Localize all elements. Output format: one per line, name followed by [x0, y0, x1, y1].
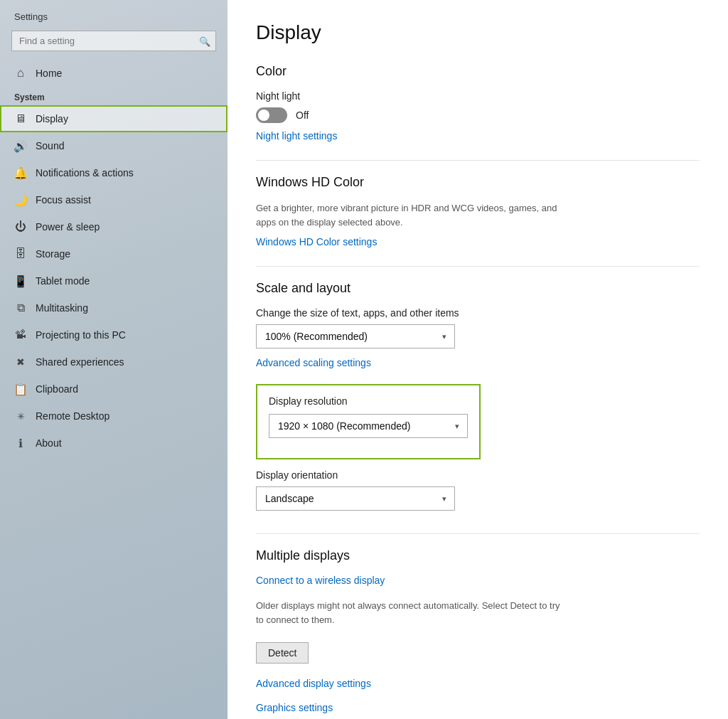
sound-icon: 🔊 [14, 139, 27, 152]
about-icon: ℹ [14, 437, 27, 449]
sidebar-item-label: Focus assist [36, 194, 91, 206]
sidebar-section-label: System [0, 87, 228, 105]
sidebar-item-label: Notifications & actions [36, 167, 134, 179]
divider-2 [256, 266, 700, 267]
divider-3 [256, 533, 700, 534]
notifications-icon: 🔔 [14, 166, 27, 179]
search-icon: 🔍 [199, 36, 210, 46]
sidebar-item-clipboard[interactable]: 📋 Clipboard [0, 376, 228, 403]
sidebar: Settings 🔍 ⌂ Home System 🖥 Display 🔊 Sou… [0, 0, 228, 719]
scale-layout-heading: Scale and layout [256, 281, 700, 296]
display-icon: 🖥 [14, 112, 27, 125]
wireless-display-link[interactable]: Connect to a wireless display [256, 575, 385, 586]
sidebar-item-shared[interactable]: ✖ Shared experiences [0, 348, 228, 376]
remote-icon: ✳ [14, 410, 27, 422]
scale-dropdown-wrap: 100% (Recommended) 125% 150% 175% ▾ [256, 324, 455, 348]
resolution-box: Display resolution 1920 × 1080 (Recommen… [256, 384, 481, 459]
advanced-scaling-link[interactable]: Advanced scaling settings [256, 357, 371, 368]
advanced-display-link[interactable]: Advanced display settings [256, 678, 371, 689]
orientation-dropdown-wrap: Landscape Portrait Landscape (flipped) P… [256, 486, 455, 511]
focus-icon: 🌙 [14, 193, 27, 206]
projecting-icon: 📽 [14, 329, 27, 341]
sidebar-item-projecting[interactable]: 📽 Projecting to this PC [0, 321, 228, 348]
detect-description: Older displays might not always connect … [256, 599, 562, 627]
night-light-toggle[interactable] [256, 107, 287, 123]
hd-color-settings-link[interactable]: Windows HD Color settings [256, 236, 377, 247]
sidebar-item-remote[interactable]: ✳ Remote Desktop [0, 403, 228, 430]
night-light-toggle-row: Off [256, 107, 700, 123]
orientation-label: Display orientation [256, 469, 700, 481]
tablet-icon: 📱 [14, 275, 27, 287]
sidebar-item-label: Clipboard [36, 383, 78, 395]
resolution-dropdown[interactable]: 1920 × 1080 (Recommended) 1280 × 720 102… [269, 414, 468, 438]
color-heading: Color [256, 64, 700, 79]
sidebar-item-multitasking[interactable]: ⧉ Multitasking [0, 294, 228, 321]
toggle-knob [258, 110, 269, 121]
detect-button[interactable]: Detect [256, 642, 309, 664]
sidebar-item-label: Projecting to this PC [36, 329, 126, 341]
night-light-label: Night light [256, 90, 700, 102]
orientation-dropdown[interactable]: Landscape Portrait Landscape (flipped) P… [256, 486, 455, 511]
resolution-label: Display resolution [269, 395, 468, 407]
hd-color-description: Get a brighter, more vibrant picture in … [256, 201, 562, 229]
sidebar-item-label: Remote Desktop [36, 410, 109, 422]
change-size-label: Change the size of text, apps, and other… [256, 307, 700, 319]
sidebar-item-about[interactable]: ℹ About [0, 430, 228, 457]
sidebar-item-label: Multitasking [36, 302, 88, 314]
sidebar-item-label: Sound [36, 140, 64, 151]
sidebar-item-home[interactable]: ⌂ Home [0, 60, 228, 87]
sidebar-item-notifications[interactable]: 🔔 Notifications & actions [0, 159, 228, 186]
resolution-dropdown-wrap: 1920 × 1080 (Recommended) 1280 × 720 102… [269, 414, 468, 438]
sidebar-item-storage[interactable]: 🗄 Storage [0, 240, 228, 267]
page-title: Display [256, 21, 700, 44]
clipboard-icon: 📋 [14, 383, 27, 395]
sidebar-item-label: Power & sleep [36, 221, 100, 233]
sidebar-item-label: Tablet mode [36, 275, 90, 287]
multiple-displays-heading: Multiple displays [256, 548, 700, 563]
hd-color-heading: Windows HD Color [256, 175, 700, 190]
home-icon: ⌂ [14, 67, 27, 80]
divider-1 [256, 160, 700, 161]
main-content: Display Color Night light Off Night ligh… [228, 0, 728, 719]
sidebar-home-label: Home [36, 68, 62, 79]
scale-dropdown[interactable]: 100% (Recommended) 125% 150% 175% [256, 324, 455, 348]
sidebar-item-tablet[interactable]: 📱 Tablet mode [0, 267, 228, 294]
night-light-state: Off [296, 110, 309, 121]
sidebar-item-label: Shared experiences [36, 356, 124, 368]
sidebar-item-power[interactable]: ⏻ Power & sleep [0, 213, 228, 240]
multitasking-icon: ⧉ [14, 302, 27, 314]
storage-icon: 🗄 [14, 247, 27, 260]
graphics-settings-link[interactable]: Graphics settings [256, 702, 333, 713]
sidebar-item-sound[interactable]: 🔊 Sound [0, 132, 228, 159]
sidebar-item-display[interactable]: 🖥 Display [0, 105, 228, 132]
multiple-displays-section: Multiple displays Connect to a wireless … [256, 548, 700, 718]
night-light-settings-link[interactable]: Night light settings [256, 130, 337, 142]
sidebar-item-label: About [36, 437, 62, 449]
shared-icon: ✖ [14, 356, 27, 368]
sidebar-item-focus[interactable]: 🌙 Focus assist [0, 186, 228, 213]
search-container: 🔍 [11, 31, 216, 51]
sidebar-item-label: Storage [36, 248, 70, 260]
sidebar-item-label: Display [36, 113, 68, 124]
app-title: Settings [0, 0, 228, 28]
power-icon: ⏻ [14, 220, 27, 233]
search-input[interactable] [11, 31, 216, 51]
